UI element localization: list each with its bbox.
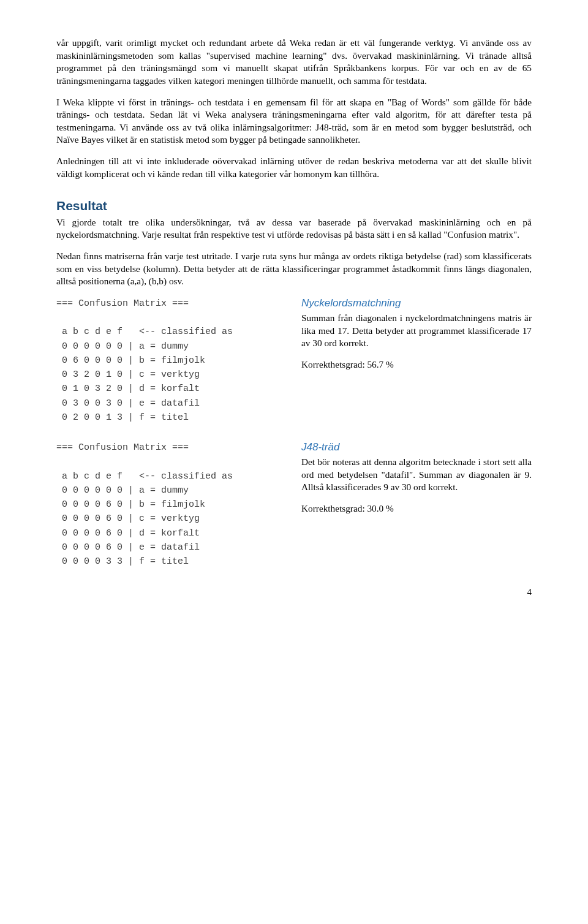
confusion-matrix-j48: === Confusion Matrix === a b c d e f <--… xyxy=(56,441,277,569)
paragraph-intro-1: vår uppgift, varit orimligt mycket och r… xyxy=(56,37,532,88)
keyword-text-1: Summan från diagonalen i nyckelord­match… xyxy=(301,312,532,350)
j48-text-2: Korrekthetsgrad: 30.0 % xyxy=(301,502,532,515)
subheading-keyword: Nyckelordsmatchning xyxy=(301,297,532,311)
paragraph-intro-3: Anledningen till att vi inte inkluderade… xyxy=(56,155,532,180)
section-title-results: Resultat xyxy=(56,197,532,214)
confusion-block-2: === Confusion Matrix === a b c d e f <--… xyxy=(56,441,532,569)
confusion-matrix-keyword: === Confusion Matrix === a b c d e f <--… xyxy=(56,297,277,425)
paragraph-results-1: Vi gjorde totalt tre olika undersökninga… xyxy=(56,216,532,241)
page-number: 4 xyxy=(56,586,532,598)
j48-text-1: Det bör noteras att denna algoritm betec… xyxy=(301,456,532,494)
paragraph-results-2: Nedan finns matriserna från varje test u… xyxy=(56,250,532,288)
confusion-block-1: === Confusion Matrix === a b c d e f <--… xyxy=(56,297,532,425)
subheading-j48: J48-träd xyxy=(301,441,532,455)
paragraph-intro-2: I Weka klippte vi först in tränings- och… xyxy=(56,96,532,147)
keyword-text-2: Korrekthetsgrad: 56.7 % xyxy=(301,358,532,371)
